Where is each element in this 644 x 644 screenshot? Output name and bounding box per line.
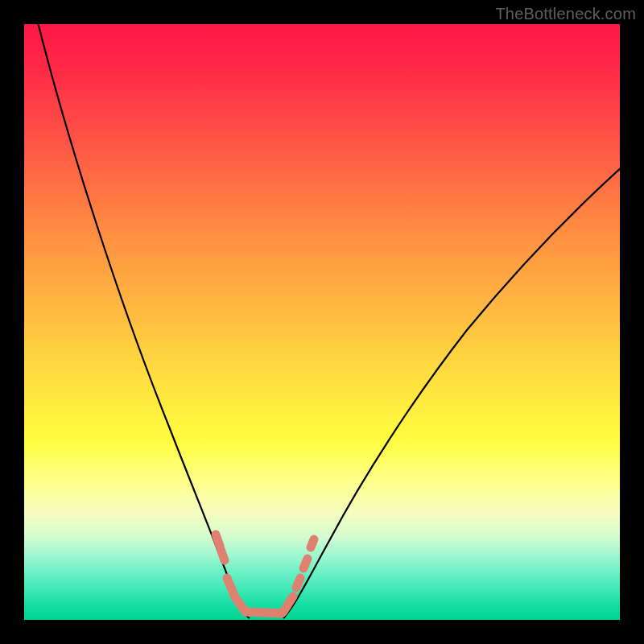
svg-line-4 — [246, 612, 282, 613]
svg-line-8 — [311, 539, 314, 547]
curve-left-path — [36, 24, 250, 618]
svg-line-6 — [296, 578, 300, 588]
curve-right-path — [283, 167, 620, 618]
plot-area — [24, 24, 620, 620]
marker-band-group — [216, 535, 314, 613]
watermark-text: TheBottleneck.com — [495, 5, 636, 23]
chart-frame: TheBottleneck.com — [0, 0, 644, 644]
svg-line-0 — [216, 535, 220, 546]
svg-line-1 — [221, 549, 225, 560]
svg-line-5 — [283, 597, 293, 612]
svg-line-7 — [303, 559, 308, 568]
chart-svg — [24, 24, 620, 620]
